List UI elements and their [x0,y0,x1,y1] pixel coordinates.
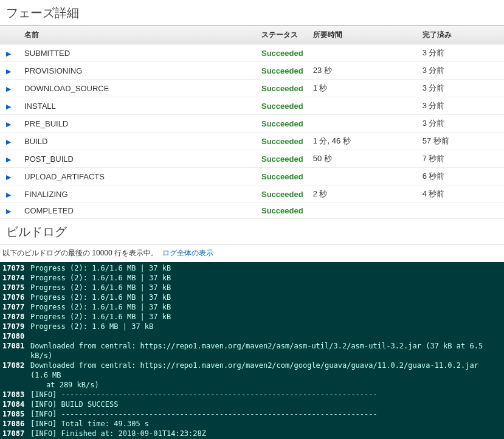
phase-status: Succeeded [257,44,308,62]
log-line-number: 17080 [2,331,30,341]
log-line: 17077Progress (2): 1.6/1.6 MB | 37 kB [2,302,500,312]
log-line: 17085[INFO] ----------------------------… [2,409,500,419]
expand-caret-icon[interactable]: ▶ [5,103,12,111]
phase-status: Succeeded [257,150,308,168]
log-line-text: Progress (2): 1.6/1.6 MB | 37 kB [30,273,500,283]
log-summary: 以下のビルドログの最後の 10000 行を表示中。 ログ全体の表示 [0,244,504,262]
phase-completed: 3 分前 [418,62,504,80]
table-row: ▶DOWNLOAD_SOURCESucceeded1 秒3 分前 [0,80,504,97]
phase-details-section: フェーズ詳細 名前 ステータス 所要時間 完了済み ▶SUBMITTEDSucc… [0,0,504,219]
log-summary-text: 以下のビルドログの最後の 10000 行を表示中。 [2,249,158,257]
phase-name: INSTALL [19,97,257,115]
log-line-text: [INFO] ---------------------------------… [30,390,500,399]
phase-duration: 2 秒 [308,185,418,203]
expand-caret-icon[interactable]: ▶ [5,138,12,146]
phase-completed: 6 秒前 [418,168,504,185]
log-line-text: Progress (2): 1.6 MB | 37 kB [30,322,500,331]
table-row: ▶BUILDSucceeded1 分, 46 秒57 秒前 [0,133,504,150]
expand-caret-icon[interactable]: ▶ [5,173,12,181]
table-row: ▶POST_BUILDSucceeded50 秒7 秒前 [0,150,504,168]
log-line-text: Progress (2): 1.6/1.6 MB | 37 kB [30,263,500,273]
log-line: 17083[INFO] ----------------------------… [2,390,500,399]
log-line-number: 17076 [2,292,30,302]
log-line-text: Progress (2): 1.6/1.6 MB | 37 kB [30,292,500,302]
log-line: 17084[INFO] BUILD SUCCESS [2,399,500,409]
log-line-number: 17083 [2,390,30,399]
expand-caret-icon[interactable]: ▶ [5,50,12,58]
expand-caret-icon[interactable]: ▶ [5,67,12,75]
phase-completed: 57 秒前 [418,133,504,150]
expand-caret-icon[interactable]: ▶ [5,85,12,93]
phase-status: Succeeded [257,203,308,219]
phase-duration [308,203,418,219]
phase-status: Succeeded [257,115,308,133]
log-line: 17078Progress (2): 1.6/1.6 MB | 37 kB [2,312,500,322]
expand-caret-icon[interactable]: ▶ [5,156,12,164]
log-line-number: 17082 [2,361,30,390]
log-line-text: Downloaded from central: https://repo1.m… [30,361,500,390]
log-console[interactable]: 17073Progress (2): 1.6/1.6 MB | 37 kB170… [0,262,504,439]
phase-completed: 3 分前 [418,80,504,97]
log-line-number: 17078 [2,312,30,322]
phase-name: DOWNLOAD_SOURCE [19,80,257,97]
table-row: ▶UPLOAD_ARTIFACTSSucceeded6 秒前 [0,168,504,185]
phase-duration: 1 秒 [308,80,418,97]
phase-duration: 1 分, 46 秒 [308,133,418,150]
phase-completed [418,203,504,219]
log-line-text: [INFO] Total time: 49.305 s [30,419,500,429]
expand-caret-icon[interactable]: ▶ [5,191,12,199]
log-line-number: 17081 [2,341,30,361]
log-line-text: [INFO] BUILD SUCCESS [30,399,500,409]
phase-duration [308,97,418,115]
log-line: 17086[INFO] Total time: 49.305 s [2,419,500,429]
log-line-number: 17087 [2,429,30,438]
log-line-number: 17085 [2,409,30,419]
expand-caret-icon[interactable]: ▶ [5,207,12,215]
log-line-number: 17074 [2,273,30,283]
log-line-text [30,331,500,341]
phase-completed: 3 分前 [418,97,504,115]
build-log-section: ビルドログ 以下のビルドログの最後の 10000 行を表示中。 ログ全体の表示 … [0,219,504,439]
log-line-number: 17084 [2,399,30,409]
log-line: 17075Progress (2): 1.6/1.6 MB | 37 kB [2,283,500,292]
phase-completed: 4 秒前 [418,185,504,203]
log-line-text: Progress (2): 1.6/1.6 MB | 37 kB [30,302,500,312]
phase-name: BUILD [19,133,257,150]
phase-duration: 23 秒 [308,62,418,80]
phase-duration [308,44,418,62]
phase-status: Succeeded [257,185,308,203]
log-line-number: 17079 [2,322,30,331]
phase-name: COMPLETED [19,203,257,219]
log-line: 17079Progress (2): 1.6 MB | 37 kB [2,322,500,331]
col-completed-header: 完了済み [418,26,504,44]
log-line-number: 17075 [2,283,30,292]
phase-name: PRE_BUILD [19,115,257,133]
table-row: ▶PRE_BUILDSucceeded3 分前 [0,115,504,133]
phase-duration [308,168,418,185]
phase-status: Succeeded [257,168,308,185]
view-full-log-link[interactable]: ログ全体の表示 [162,249,213,257]
phase-completed: 7 秒前 [418,150,504,168]
log-line: 17074Progress (2): 1.6/1.6 MB | 37 kB [2,273,500,283]
phase-name: PROVISIONING [19,62,257,80]
log-line-number: 17086 [2,419,30,429]
log-line: 17081Downloaded from central: https://re… [2,341,500,361]
log-line-text: [INFO] ---------------------------------… [30,409,500,419]
log-line-text: Progress (2): 1.6/1.6 MB | 37 kB [30,283,500,292]
table-row: ▶INSTALLSucceeded3 分前 [0,97,504,115]
col-status-header: ステータス [257,26,308,44]
col-duration-header: 所要時間 [308,26,418,44]
phase-duration [308,115,418,133]
log-line-text: Downloaded from central: https://repo1.m… [30,341,500,361]
phase-status: Succeeded [257,62,308,80]
col-expand-header [0,26,19,44]
phase-name: POST_BUILD [19,150,257,168]
log-line: 17082Downloaded from central: https://re… [2,361,500,390]
phase-name: UPLOAD_ARTIFACTS [19,168,257,185]
phase-status: Succeeded [257,80,308,97]
log-line: 17073Progress (2): 1.6/1.6 MB | 37 kB [2,263,500,273]
table-row: ▶PROVISIONINGSucceeded23 秒3 分前 [0,62,504,80]
log-line: 17087[INFO] Finished at: 2018-09-01T14:2… [2,429,500,438]
expand-caret-icon[interactable]: ▶ [5,120,12,128]
log-line: 17080 [2,331,500,341]
